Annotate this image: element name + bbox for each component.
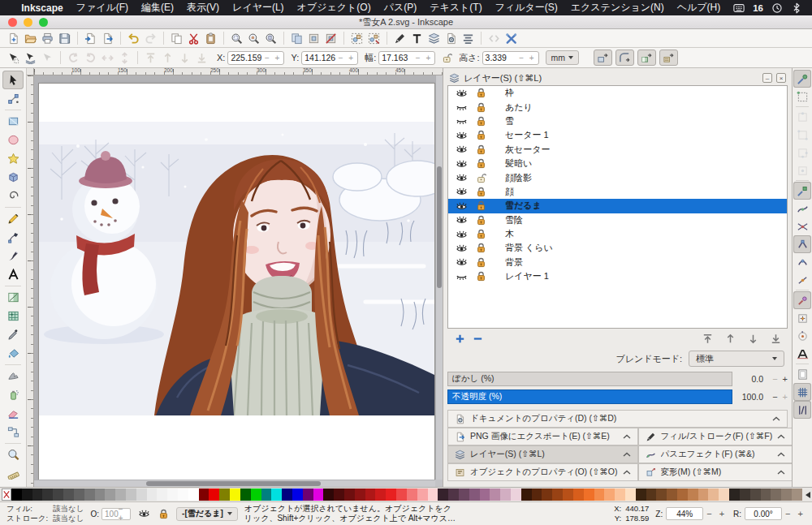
color-swatch[interactable]	[792, 488, 802, 501]
scale-stroke-width-toggle[interactable]	[594, 49, 612, 66]
color-swatch[interactable]	[656, 488, 667, 501]
panel-path-effects[interactable]: パスエフェクト(F) (⌘&)	[638, 445, 793, 463]
color-swatch[interactable]	[542, 488, 552, 501]
menu-item-1[interactable]: 編集(E)	[141, 1, 174, 15]
color-swatch[interactable]	[53, 488, 63, 501]
color-swatch[interactable]	[178, 488, 188, 501]
lock-closed-icon[interactable]	[476, 229, 487, 239]
color-swatch[interactable]	[594, 488, 605, 501]
color-swatch[interactable]	[573, 488, 584, 501]
opacity-slider[interactable]: 不透明度 (%)	[447, 389, 732, 404]
tool-bezier-pen[interactable]	[2, 228, 24, 247]
eye-open-icon[interactable]	[456, 88, 469, 98]
layer-row-2[interactable]: 雪	[448, 114, 787, 128]
snap-cusp-nodes-button[interactable]	[793, 235, 811, 253]
snap-line-midpoints-button[interactable]	[793, 271, 811, 289]
ungroup-button[interactable]	[365, 30, 382, 46]
open-document-button[interactable]	[22, 30, 39, 46]
snap-bbox-corners-button[interactable]	[793, 126, 811, 144]
cut-button[interactable]	[185, 30, 202, 46]
color-swatch[interactable]	[615, 488, 625, 501]
color-swatch[interactable]	[136, 488, 147, 501]
color-swatch[interactable]	[448, 488, 459, 501]
import-button[interactable]	[82, 30, 99, 46]
color-swatch[interactable]	[209, 488, 219, 501]
master-opacity-input[interactable]: 100−+	[102, 508, 131, 520]
eye-closed-icon[interactable]	[456, 272, 469, 282]
menu-item-6[interactable]: テキスト(T)	[430, 1, 482, 15]
snap-bbox-edges-button[interactable]	[793, 108, 811, 126]
tool-rectangle[interactable]	[2, 112, 24, 131]
color-swatch[interactable]	[157, 488, 167, 501]
width-input[interactable]: 17.163− +	[378, 51, 435, 65]
color-swatch[interactable]	[386, 488, 396, 501]
rotation-spinner[interactable]: − +	[785, 509, 806, 519]
color-swatch[interactable]	[490, 488, 500, 501]
tool-selector[interactable]	[2, 71, 24, 89]
clone-button[interactable]	[305, 30, 322, 46]
new-document-button[interactable]	[5, 30, 22, 46]
transform-patterns-toggle[interactable]	[659, 49, 678, 66]
redo-button[interactable]	[142, 30, 159, 46]
layer-row-13[interactable]: レイヤー 1	[448, 269, 787, 283]
layer-row-6[interactable]: 顔陰影	[448, 170, 787, 184]
snap-nodes-button[interactable]	[793, 182, 811, 200]
canvas-viewport[interactable]	[34, 75, 443, 487]
tool-zoom[interactable]	[2, 445, 24, 464]
color-swatch[interactable]	[42, 488, 53, 501]
layer-visibility-toggle[interactable]	[137, 507, 150, 520]
snap-path-intersections-button[interactable]	[793, 217, 811, 235]
color-swatch[interactable]	[167, 488, 178, 501]
layer-row-11[interactable]: 背景 くらい	[448, 241, 787, 255]
horizontal-scrollbar-thumb[interactable]	[146, 481, 321, 486]
lock-closed-icon[interactable]	[476, 144, 487, 155]
zoom-selection-button[interactable]	[228, 30, 245, 46]
color-swatch[interactable]	[261, 488, 272, 501]
eye-open-icon[interactable]	[456, 144, 469, 154]
color-swatch[interactable]	[313, 488, 324, 501]
color-swatch[interactable]	[95, 488, 106, 501]
color-swatch[interactable]	[219, 488, 230, 501]
color-swatch[interactable]	[271, 488, 282, 501]
lock-closed-icon[interactable]	[476, 158, 487, 169]
blend-mode-select[interactable]: 標準	[689, 351, 784, 367]
blur-slider[interactable]: ぼかし (%)	[447, 372, 732, 386]
select-all-button[interactable]	[5, 49, 22, 66]
color-swatch[interactable]	[323, 488, 334, 501]
tool-calligraphy[interactable]	[2, 247, 24, 265]
layer-row-5[interactable]: 髪暗い	[448, 157, 787, 170]
tool-connector[interactable]	[2, 423, 24, 441]
lock-closed-icon[interactable]	[476, 215, 487, 226]
eye-open-icon[interactable]	[456, 131, 469, 140]
raise-button[interactable]	[159, 49, 176, 66]
transform-gradients-toggle[interactable]	[637, 49, 656, 66]
color-swatch[interactable]	[240, 488, 251, 501]
vertical-scrollbar-thumb[interactable]	[437, 166, 442, 288]
layer-row-12[interactable]: 背景	[448, 256, 787, 269]
tool-eraser[interactable]	[2, 404, 24, 423]
panel-transform[interactable]: 変形(M) (⇧⌘M)	[638, 463, 793, 481]
rotation-input[interactable]: 0.00°	[745, 507, 782, 520]
remove-layer-button[interactable]	[469, 330, 486, 346]
lock-closed-icon[interactable]	[476, 271, 487, 282]
color-swatch[interactable]	[708, 488, 719, 501]
x-input[interactable]: 225.159− +	[227, 51, 284, 65]
color-swatch[interactable]	[407, 488, 417, 501]
opacity-spinner[interactable]: −+	[767, 392, 788, 402]
layer-raise-button[interactable]	[721, 330, 739, 346]
panel-fill-stroke-dialog[interactable]: フィル/ストローク(F) (⇧⌘F)	[638, 428, 793, 445]
eye-open-icon[interactable]	[456, 201, 469, 211]
layer-lower-button[interactable]	[744, 330, 762, 346]
color-swatch[interactable]	[147, 488, 158, 501]
color-swatch[interactable]	[303, 488, 313, 501]
zoom-drawing-button[interactable]	[245, 30, 262, 46]
color-swatch[interactable]	[604, 488, 615, 501]
color-swatch[interactable]	[698, 488, 709, 501]
vertical-scrollbar[interactable]	[435, 75, 443, 480]
lock-closed-icon[interactable]	[476, 243, 487, 253]
fill-stroke-dialog-button[interactable]	[391, 30, 408, 46]
color-swatch[interactable]	[532, 488, 542, 501]
eye-open-icon[interactable]	[456, 187, 469, 196]
color-swatch[interactable]	[552, 488, 563, 501]
time-machine-icon[interactable]	[771, 2, 783, 14]
